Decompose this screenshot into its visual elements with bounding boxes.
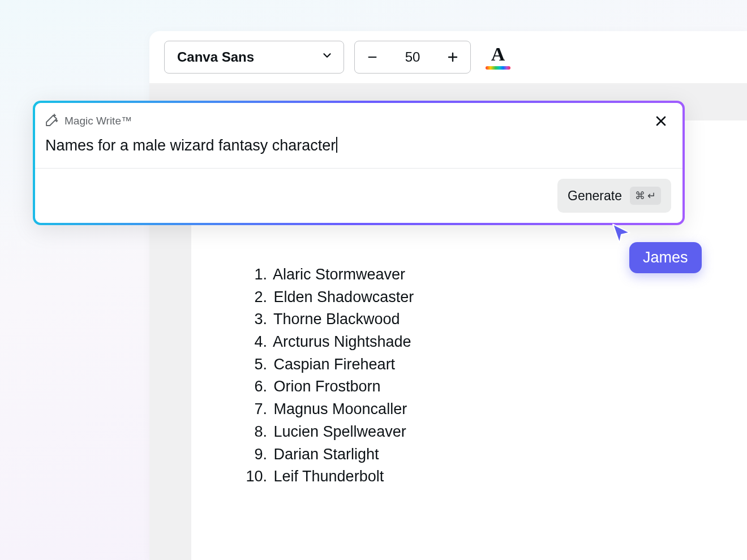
generate-button-label: Generate <box>568 188 622 204</box>
magic-write-popover: Magic Write™ Names for a male wizard fan… <box>33 101 685 225</box>
text-toolbar: Canva Sans 50 A <box>149 31 747 83</box>
font-family-select[interactable]: Canva Sans <box>164 41 344 74</box>
magic-write-brand: Magic Write™ <box>45 113 132 130</box>
list-item: 2. Elden Shadowcaster <box>240 286 414 309</box>
increase-font-size-button[interactable] <box>443 48 462 67</box>
list-item: 6. Orion Frostborn <box>240 376 414 398</box>
text-color-letter-icon: A <box>491 45 505 64</box>
prompt-input[interactable]: Names for a male wizard fantasy characte… <box>35 132 682 168</box>
magic-wand-icon <box>45 113 59 130</box>
prompt-text: Names for a male wizard fantasy characte… <box>45 137 336 154</box>
text-color-rainbow-bar <box>486 66 510 70</box>
font-size-stepper: 50 <box>354 41 471 74</box>
close-button[interactable] <box>652 112 670 130</box>
keyboard-shortcut-chip: ⌘ ↵ <box>630 187 661 205</box>
list-item: 7. Magnus Mooncaller <box>240 398 414 421</box>
font-family-label: Canva Sans <box>177 49 254 65</box>
magic-write-label: Magic Write™ <box>65 115 132 127</box>
generate-button[interactable]: Generate ⌘ ↵ <box>557 179 671 213</box>
collaborator-name: James <box>643 249 688 266</box>
chevron-down-icon <box>321 49 333 65</box>
list-item: 3. Thorne Blackwood <box>240 308 414 331</box>
generated-names-list: 1. Alaric Stormweaver 2. Elden Shadowcas… <box>240 264 414 488</box>
list-item: 4. Arcturus Nightshade <box>240 331 414 354</box>
list-item: 5. Caspian Fireheart <box>240 354 414 376</box>
text-color-button[interactable]: A <box>486 43 510 71</box>
collaborator-badge: James <box>629 242 702 273</box>
font-size-value[interactable]: 50 <box>382 49 443 65</box>
list-item: 10. Leif Thunderbolt <box>240 466 414 488</box>
list-item: 9. Darian Starlight <box>240 443 414 466</box>
text-cursor <box>336 137 337 153</box>
decrease-font-size-button[interactable] <box>363 48 382 67</box>
list-item: 8. Lucien Spellweaver <box>240 421 414 443</box>
enter-key-icon: ↵ <box>647 189 656 202</box>
cmd-key-icon: ⌘ <box>635 189 645 202</box>
list-item: 1. Alaric Stormweaver <box>240 264 414 286</box>
